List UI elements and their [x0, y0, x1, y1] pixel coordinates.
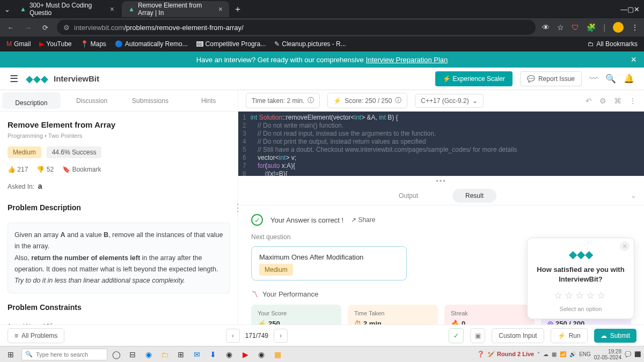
experience-scaler-button[interactable]: ⚡ Experience Scaler — [435, 71, 513, 86]
feedback-popup: × ◆◆◆ How satisfied are you with Intervi… — [527, 238, 634, 319]
custom-input-button[interactable]: Custom Input — [492, 328, 544, 343]
profile-avatar[interactable] — [613, 22, 624, 33]
asked-in: Asked In: a — [8, 182, 230, 190]
info-icon[interactable]: ⓘ — [308, 96, 314, 105]
tab-discussion[interactable]: Discussion — [63, 90, 121, 111]
activity-icon[interactable]: 〰 — [589, 74, 598, 84]
mail-icon[interactable]: ✉ — [191, 349, 203, 360]
brand-logo[interactable]: ◆◆◆ InterviewBit — [26, 73, 99, 85]
report-issue-button[interactable]: 💬 Report Issue — [520, 71, 582, 86]
back-icon[interactable]: ← — [5, 24, 16, 32]
search-icon[interactable]: 🔍 — [605, 73, 616, 84]
edge-icon[interactable]: ◉ — [143, 349, 155, 360]
tab-description[interactable]: Description — [2, 92, 61, 109]
code-editor[interactable]: 12345678 int Solution::removeElement(vec… — [238, 112, 644, 176]
close-window-icon[interactable]: ✕ — [634, 5, 640, 13]
likes[interactable]: 👍 217 — [8, 166, 28, 173]
run-button[interactable]: ⚡ Run — [551, 328, 588, 343]
bell-icon[interactable]: 🔔 — [624, 73, 634, 84]
terminal-icon[interactable]: ▣ — [470, 328, 485, 343]
status-ok-icon[interactable]: ✓ — [449, 328, 464, 343]
address-bar[interactable]: ⚙ interviewbit.com/problems/remove-eleme… — [57, 20, 536, 35]
banner-link[interactable]: Interview Preparation Plan — [366, 56, 448, 64]
close-icon[interactable]: × — [110, 5, 114, 13]
info-icon[interactable]: ⓘ — [395, 96, 401, 105]
tab-title: Remove Element from Array | In — [138, 2, 211, 17]
store-icon[interactable]: ⊞ — [175, 349, 187, 360]
dislikes[interactable]: 👎 52 — [36, 166, 54, 173]
chrome-icon[interactable]: ◉ — [223, 349, 235, 360]
maximize-icon[interactable]: ▢ — [627, 5, 634, 13]
minimize-icon[interactable]: — — [620, 5, 627, 13]
constraints-heading: Problem Constraints — [8, 303, 230, 312]
next-question-card[interactable]: Maximum Ones After Modification Medium — [251, 246, 407, 280]
bookmark-item[interactable]: ▶YouTube — [39, 40, 71, 48]
all-bookmarks[interactable]: 🗀 All Bookmarks — [588, 40, 638, 48]
bookmark-item[interactable]: MGmail — [6, 40, 31, 48]
share-button[interactable]: ↗ Share — [351, 216, 375, 224]
clock[interactable]: 19:28 02-05-2024 — [594, 349, 621, 360]
next-icon[interactable]: › — [274, 329, 288, 343]
all-problems-button[interactable]: ≡ All Problems — [8, 328, 64, 343]
incognito-eye-icon[interactable]: 👁 — [542, 23, 550, 32]
hamburger-icon[interactable]: ☰ — [10, 73, 18, 85]
star-rating[interactable]: ☆☆☆☆☆ — [534, 290, 627, 301]
prev-icon[interactable]: ‹ — [226, 329, 240, 343]
command-icon[interactable]: ⌘ — [614, 97, 621, 105]
explorer-icon[interactable]: 🗀 — [159, 349, 171, 360]
reload-icon[interactable]: ⟳ — [40, 24, 50, 32]
bookmark-item[interactable]: ✎Cleanup.pictures - R... — [274, 40, 346, 48]
logo-icon: ◆◆◆ — [26, 73, 48, 85]
youtube-icon[interactable]: ▶ — [239, 349, 251, 360]
favicon-icon: ▲ — [128, 5, 135, 13]
description-text: Given an array A and a value B, remove a… — [8, 223, 230, 293]
tab-dropdown-icon[interactable]: ⌄ — [4, 5, 10, 13]
chrome-menu-icon[interactable]: ⋮ — [631, 23, 639, 32]
tab-hints[interactable]: Hints — [179, 90, 238, 111]
browser-tab-strip: ⌄ ▲ 300+ Must Do Coding Questio × ▲ Remo… — [0, 0, 644, 18]
browser-tab-active[interactable]: ▲ Remove Element from Array | In × — [122, 1, 229, 17]
undo-icon[interactable]: ↶ — [586, 97, 592, 105]
language-select[interactable]: C++17 (Gcc-9.2) ⌄ — [415, 94, 483, 108]
problem-panel: Description Discussion Submissions Hints… — [0, 90, 238, 324]
problem-title: Remove Element from Array — [8, 120, 230, 129]
tab-submissions[interactable]: Submissions — [121, 90, 180, 111]
app-icon[interactable]: ◉ — [255, 349, 267, 360]
browser-tab[interactable]: ▲ 300+ Must Do Coding Questio × — [13, 1, 121, 17]
notifications-icon: 💬 — [625, 351, 631, 357]
system-tray[interactable]: ˄ ☁ ▦ 📶 🔊 ENG 19:28 02-05-2024 💬 ⬛ — [537, 349, 641, 360]
bookmark-button[interactable]: 🔖 Bookmark — [62, 166, 101, 173]
app-icon[interactable]: ⊟ — [127, 349, 138, 360]
resize-handle-icon[interactable]: ••• — [238, 176, 644, 186]
tab-output[interactable]: Output — [386, 189, 431, 203]
close-icon[interactable]: × — [631, 54, 636, 65]
new-tab-button[interactable]: ＋ — [233, 4, 242, 15]
more-icon[interactable]: ⋮ — [629, 97, 636, 105]
sublime-icon[interactable]: ▦ — [272, 349, 283, 360]
close-icon[interactable]: × — [620, 241, 630, 251]
extensions-icon[interactable]: 🧩 — [587, 23, 596, 32]
pulse-icon: 〽 — [251, 290, 258, 298]
bookmark-item[interactable]: ccCompetitive Progra... — [196, 40, 266, 48]
perf-score: Your Score ⚡250 — [251, 305, 341, 324]
dropbox-icon[interactable]: ⬇ — [207, 349, 219, 360]
tab-result[interactable]: Result — [452, 189, 496, 203]
app-icon[interactable]: ◯ — [111, 349, 122, 360]
round2-live[interactable]: 🏏 Round 2 Live — [488, 351, 534, 358]
settings-icon[interactable]: ⚙ — [599, 97, 606, 105]
onedrive-icon: ☁ — [543, 351, 548, 357]
start-icon[interactable]: ⊞ — [3, 350, 18, 359]
wifi-icon: 📶 — [560, 351, 566, 357]
bookmark-item[interactable]: 🔵Automatically Remo... — [115, 40, 188, 48]
bookmark-star-icon[interactable]: ☆ — [557, 23, 564, 32]
taskbar-search[interactable]: 🔍 Type here to search — [21, 349, 107, 360]
help-icon[interactable]: ❓ — [477, 351, 485, 358]
forward-icon[interactable]: → — [23, 24, 33, 32]
close-icon[interactable]: × — [218, 5, 223, 13]
volume-icon: 🔊 — [569, 351, 576, 357]
difficulty-badge: Medium — [259, 264, 293, 276]
extension-icon[interactable]: 🛡 — [572, 23, 579, 32]
bookmark-item[interactable]: 📍Maps — [80, 40, 106, 48]
chevron-down-icon[interactable]: ⌄ — [631, 191, 636, 200]
submit-button[interactable]: ☁ Submit — [594, 329, 636, 343]
